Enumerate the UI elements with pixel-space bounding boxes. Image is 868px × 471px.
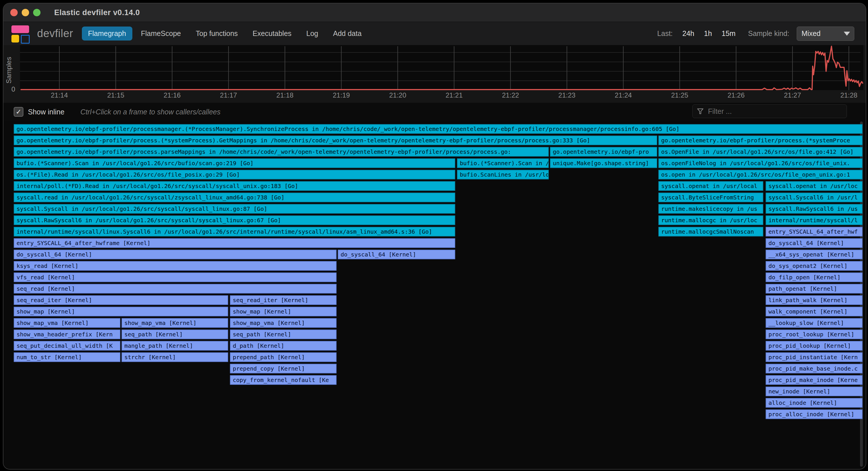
flame-frame[interactable]: __lookup_slow [Kernel]	[766, 318, 863, 328]
zoom-button[interactable]	[33, 9, 40, 16]
flame-frame[interactable]: os.openFileNolog in /usr/local/go1.26/sr…	[658, 158, 863, 168]
check-icon: ✓	[16, 108, 21, 115]
flame-frame[interactable]: do_sys_openat2 [Kernel]	[766, 261, 863, 271]
x-tick-label: 21:16	[155, 91, 189, 99]
flame-frame[interactable]: runtime.mallocgc in /usr/loc	[658, 215, 763, 225]
flame-frame[interactable]: proc_pid_instantiate [Kern	[766, 352, 863, 362]
flame-frame[interactable]: bufio.ScanLines in /usr/loca	[457, 170, 549, 180]
app-window: Elastic devfiler v0.14.0 devfiler Flameg…	[3, 3, 866, 470]
flame-frame[interactable]: syscall.read in /usr/local/go1.26/src/sy…	[14, 193, 455, 202]
tab-top-functions[interactable]: Top functions	[189, 27, 244, 40]
flame-frame[interactable]: os.OpenFile in /usr/local/go1.26/src/os/…	[658, 147, 863, 157]
flame-frame[interactable]: syscall.ByteSliceFromString	[658, 193, 763, 202]
flame-frame[interactable]: d_path [Kernel]	[230, 341, 337, 351]
flame-frame[interactable]: copy_from_kernel_nofault [Ke	[230, 375, 337, 385]
flame-frame[interactable]: show_map_vma [Kernel]	[14, 318, 120, 328]
flame-frame[interactable]: num_to_str [Kernel]	[14, 352, 120, 362]
flame-frame[interactable]: path_openat [Kernel]	[766, 284, 863, 293]
flame-frame[interactable]: go.opentelemetry.io/ebpf-profiler/proces…	[658, 135, 863, 145]
range-buttons: 24h1h15m	[673, 29, 735, 38]
tab-flamescope[interactable]: FlameScope	[135, 27, 187, 40]
flame-frame[interactable]: walk_component [Kernel]	[766, 307, 863, 316]
flame-frame[interactable]: new_inode [Kernel]	[766, 386, 863, 396]
range-1h[interactable]: 1h	[704, 29, 712, 38]
flame-frame[interactable]: runtime.mallocgcSmallNoscan	[658, 227, 763, 237]
flame-frame[interactable]: do_syscall_64 [Kernel]	[14, 250, 337, 259]
x-tick-label: 21:24	[606, 91, 640, 99]
flame-frame[interactable]: proc_root_lookup [Kernel]	[766, 329, 863, 339]
flame-frame[interactable]: bufio.(*Scanner).Scan in /us	[457, 158, 549, 168]
flame-frame[interactable]: do_syscall_64 [Kernel]	[766, 238, 863, 248]
window-title: Elastic devfiler v0.14.0	[54, 8, 140, 17]
flame-frame[interactable]: prepend_copy [Kernel]	[230, 364, 337, 373]
flame-frame[interactable]: go.opentelemetry.io/ebpf-profiler/proces…	[14, 124, 863, 134]
nav-tabs: FlamegraphFlameScopeTop functionsExecuta…	[82, 27, 368, 40]
show-inline-label[interactable]: Show inline	[28, 108, 64, 116]
flame-frame[interactable]: seq_read [Kernel]	[14, 284, 337, 293]
tab-add-data[interactable]: Add data	[327, 27, 368, 40]
flame-frame[interactable]: seq_put_decimal_ull_width [K	[14, 341, 120, 351]
nav-right: Last: 24h1h15m Sample kind: Mixed	[657, 27, 854, 41]
flame-frame[interactable]: syscall.Syscall in /usr/local/go1.26/src…	[14, 204, 455, 214]
flame-frame[interactable]: show_map_vma [Kernel]	[230, 318, 337, 328]
flame-frame[interactable]: proc_pid_make_base_inode.c	[766, 364, 863, 373]
flame-frame[interactable]: bufio.(*Scanner).Scan in /usr/local/go1.…	[14, 158, 455, 168]
flame-frame[interactable]: internal/poll.(*FD).Read in /usr/local/g…	[14, 181, 455, 191]
flame-frame[interactable]: internal/runtime/syscall/l	[766, 215, 863, 225]
range-15m[interactable]: 15m	[722, 29, 736, 38]
flame-frame[interactable]: syscall.RawSyscall6 in /usr/local/go1.26…	[14, 215, 455, 225]
flame-frame[interactable]: vfs_read [Kernel]	[14, 273, 337, 282]
flame-frame[interactable]: __x64_sys_openat [Kernel]	[766, 250, 863, 259]
last-label: Last:	[657, 29, 673, 38]
flame-frame[interactable]: strchr [Kernel]	[122, 352, 228, 362]
flame-frame[interactable]: syscall.openat in /usr/loc	[766, 181, 863, 191]
flame-frame[interactable]: seq_read_iter [Kernel]	[14, 295, 228, 305]
flame-frame[interactable]: os.(*File).Read in /usr/local/go1.26/src…	[14, 170, 455, 180]
flame-frame[interactable]: link_path_walk [Kernel]	[766, 295, 863, 305]
flame-frame[interactable]: show_vma_header_prefix [Kern	[14, 329, 120, 339]
flame-frame[interactable]: seq_path [Kernel]	[230, 329, 337, 339]
flame-frame[interactable]: go.opentelemetry.io/ebpf-pro	[550, 147, 657, 157]
flame-frame[interactable]: show_map [Kernel]	[230, 307, 337, 316]
x-tick-label: 21:27	[775, 91, 809, 99]
flame-frame[interactable]: go.opentelemetry.io/ebpf-profiler/proces…	[14, 135, 657, 145]
tab-executables[interactable]: Executables	[246, 27, 298, 40]
flame-frame[interactable]: entry_SYSCALL_64_after_hwframe [Kernel]	[14, 238, 455, 248]
flame-frame[interactable]: syscall.openat in /usr/local	[658, 181, 763, 191]
flame-frame[interactable]: ksys_read [Kernel]	[14, 261, 337, 271]
flame-frame[interactable]: show_map [Kernel]	[14, 307, 228, 316]
flame-frame[interactable]: syscall.Syscall6 in /usr/l	[766, 193, 863, 202]
flame-frame[interactable]: entry_SYSCALL_64_after_hwf	[766, 227, 863, 237]
show-inline-checkbox[interactable]: ✓	[14, 107, 23, 117]
flame-frame[interactable]: syscall.RawSyscall6 in /us	[766, 204, 863, 214]
tab-flamegraph[interactable]: Flamegraph	[82, 27, 132, 40]
flame-frame[interactable]: mangle_path [Kernel]	[122, 341, 228, 351]
flame-frame[interactable]: runtime.makeslicecopy in /us	[658, 204, 763, 214]
sample-kind-label: Sample kind:	[748, 29, 789, 38]
x-tick-label: 21:14	[42, 91, 76, 99]
close-button[interactable]	[10, 9, 18, 16]
flame-frame[interactable]: proc_alloc_inode [Kernel]	[766, 409, 863, 419]
flame-frame[interactable]: seq_path [Kernel]	[122, 329, 228, 339]
flame-frame[interactable]: os.open in /usr/local/go1.26/src/os/file…	[658, 170, 863, 180]
devfiler-logo-icon	[11, 25, 31, 42]
flame-frame[interactable]: proc_pid_lookup [Kernel]	[766, 341, 863, 351]
flame-frame[interactable]: show_map_vma [Kernel]	[122, 318, 228, 328]
sample-kind-select[interactable]: Mixed	[797, 27, 854, 41]
flame-frame[interactable]: alloc_inode [Kernel]	[766, 398, 863, 408]
x-tick-label: 21:26	[719, 91, 753, 99]
flame-frame[interactable]: do_syscall_64 [Kernel]	[338, 250, 455, 259]
minimize-button[interactable]	[22, 9, 29, 16]
tab-log[interactable]: Log	[300, 27, 324, 40]
x-tick-label: 21:15	[99, 91, 133, 99]
x-tick-label: 21:22	[494, 91, 528, 99]
flame-frame[interactable]: go.opentelemetry.io/ebpf-profiler/proces…	[14, 147, 549, 157]
filter-input[interactable]	[707, 107, 834, 116]
flame-frame[interactable]: unique.Make[go.shape.string]	[550, 158, 657, 168]
flame-frame[interactable]: prepend_path [Kernel]	[230, 352, 337, 362]
flame-frame[interactable]: seq_read_iter [Kernel]	[230, 295, 337, 305]
flame-frame[interactable]: internal/runtime/syscall/linux.Syscall6 …	[14, 227, 455, 237]
range-24h[interactable]: 24h	[682, 29, 694, 38]
flame-frame[interactable]: do_filp_open [Kernel]	[766, 273, 863, 282]
flame-frame[interactable]: proc_pid_make_inode [Kerne	[766, 375, 863, 385]
